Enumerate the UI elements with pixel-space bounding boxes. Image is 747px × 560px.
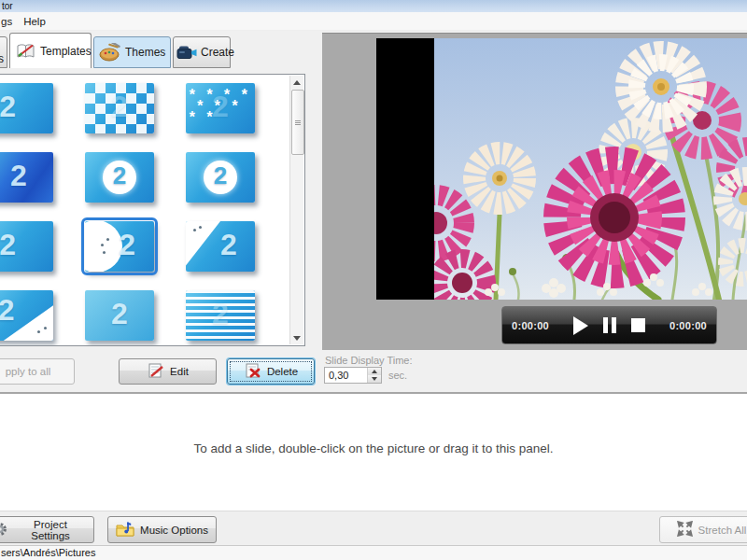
- stretch-all-button[interactable]: Stretch All: [659, 516, 747, 543]
- letterbox-bar: [376, 38, 434, 300]
- window-title: tor: [2, 1, 13, 11]
- title-bar: tor: [0, 0, 747, 12]
- tab-strip: s Templates: [0, 31, 318, 68]
- tab-themes-label: Themes: [125, 46, 165, 59]
- template-number: 2: [0, 293, 15, 328]
- template-thumbnail[interactable]: 2: [0, 221, 53, 272]
- project-settings-label: Project Settings: [13, 519, 88, 541]
- apply-to-all-button[interactable]: pply to all: [0, 358, 75, 385]
- template-thumbnail[interactable]: 2: [186, 152, 255, 203]
- template-number: 2: [0, 90, 16, 124]
- templates-panel: s Templates: [0, 31, 318, 392]
- template-thumbnail[interactable]: 2: [85, 152, 154, 203]
- template-grid: 222222222222: [0, 83, 255, 341]
- grip-icon: [295, 122, 301, 123]
- triangle-down-icon: [293, 336, 301, 341]
- spin-up-button[interactable]: [368, 368, 381, 375]
- slide-display-time-label: Slide Display Time:: [325, 355, 413, 366]
- preview-panel: 0:00:00 0:00:00 Slide Display Time: sec.: [318, 31, 747, 392]
- tab-create[interactable]: Create: [173, 36, 231, 68]
- pause-icon: [603, 317, 608, 333]
- tab-templates[interactable]: Templates: [9, 33, 92, 68]
- music-options-button[interactable]: Music Options: [107, 516, 217, 543]
- template-thumbnail[interactable]: 2: [85, 83, 154, 133]
- music-options-label: Music Options: [140, 525, 208, 536]
- total-time: 0:00:00: [669, 320, 707, 331]
- template-number: 2: [212, 297, 229, 331]
- template-list-scrollbar[interactable]: [289, 76, 303, 344]
- menu-bar: gs Help: [0, 12, 747, 31]
- play-button[interactable]: [569, 315, 593, 337]
- expand-arrows-icon: [677, 521, 693, 539]
- template-thumbnail[interactable]: 2: [85, 221, 154, 272]
- pause-button[interactable]: [597, 315, 623, 335]
- spinner-buttons: [367, 368, 381, 383]
- template-thumbnail[interactable]: 2: [186, 221, 255, 272]
- project-settings-button[interactable]: Project Settings: [0, 516, 94, 543]
- template-thumbnail[interactable]: 2: [0, 83, 53, 133]
- status-bar: sers\Andrés\Pictures: [0, 545, 747, 560]
- notepad-x-icon: [244, 362, 261, 381]
- template-number: 2: [10, 159, 27, 193]
- current-folder-path: sers\Andrés\Pictures: [1, 547, 95, 558]
- stop-button[interactable]: [627, 316, 650, 334]
- notepad-pencil-icon: [147, 362, 164, 381]
- template-number: 2: [113, 161, 126, 190]
- video-camera-icon: [176, 44, 197, 61]
- tab-create-label: Create: [201, 46, 234, 59]
- drop-hint-text: To add a slide, double-click on the pict…: [0, 395, 747, 455]
- template-thumbnail[interactable]: 2: [186, 290, 255, 341]
- flower-photo: [434, 38, 747, 300]
- gear-icon: [0, 522, 7, 539]
- slide-display-time-input[interactable]: [325, 368, 367, 383]
- tab-templates-label: Templates: [40, 45, 92, 58]
- scrollbar-thumb[interactable]: [291, 90, 304, 155]
- delete-button-label: Delete: [267, 366, 298, 377]
- template-number: 2: [220, 228, 237, 262]
- elapsed-time: 0:00:00: [512, 320, 549, 331]
- stretch-all-label: Stretch All: [698, 525, 747, 536]
- tab-themes[interactable]: Themes: [93, 36, 171, 68]
- playback-controls: [549, 315, 669, 337]
- stop-icon: [631, 318, 645, 332]
- seconds-unit-label: sec.: [388, 370, 407, 381]
- edit-button[interactable]: Edit: [119, 358, 217, 385]
- book-pencil-icon: [15, 42, 36, 61]
- template-number: 2: [111, 90, 128, 124]
- folder-note-icon: [116, 521, 134, 539]
- edit-button-label: Edit: [170, 366, 189, 377]
- pause-icon: [612, 317, 616, 333]
- playback-bar: 0:00:00 0:00:00: [501, 306, 717, 344]
- template-number: 2: [214, 161, 227, 190]
- template-thumbnail[interactable]: 2: [0, 290, 53, 341]
- template-number: 2: [111, 297, 128, 331]
- spin-down-button[interactable]: [368, 375, 381, 383]
- triangle-up-icon: [293, 80, 301, 85]
- tab-partial-label: s: [0, 52, 4, 65]
- preview-area: 0:00:00 0:00:00: [322, 33, 747, 350]
- slide-display-time-spinbox: [324, 367, 382, 384]
- template-list: 222222222222: [0, 74, 305, 346]
- delete-button[interactable]: Delete: [227, 358, 315, 385]
- slides-drop-area: To add a slide, double-click on the pict…: [0, 395, 747, 511]
- menu-item-help[interactable]: Help: [18, 12, 51, 31]
- template-number: 2: [119, 228, 135, 262]
- triangle-down-icon: [372, 377, 377, 381]
- tab-partial[interactable]: s: [0, 36, 7, 68]
- scroll-up-button[interactable]: [290, 76, 303, 89]
- template-number: 2: [212, 90, 229, 124]
- template-number: 2: [0, 228, 16, 262]
- play-icon: [573, 316, 588, 335]
- palette-icon: [99, 43, 121, 62]
- slide-time-controls: Slide Display Time: sec.: [318, 350, 747, 392]
- template-thumbnail[interactable]: 2: [85, 290, 154, 341]
- menu-item-settings[interactable]: gs: [0, 12, 18, 31]
- template-thumbnail[interactable]: 2: [0, 152, 53, 203]
- triangle-up-icon: [372, 370, 377, 373]
- scroll-down-button[interactable]: [290, 331, 303, 344]
- template-thumbnail[interactable]: 2: [186, 83, 255, 133]
- slide-preview: [376, 38, 747, 300]
- bottom-toolbar: Project Settings Music Options: [0, 511, 747, 545]
